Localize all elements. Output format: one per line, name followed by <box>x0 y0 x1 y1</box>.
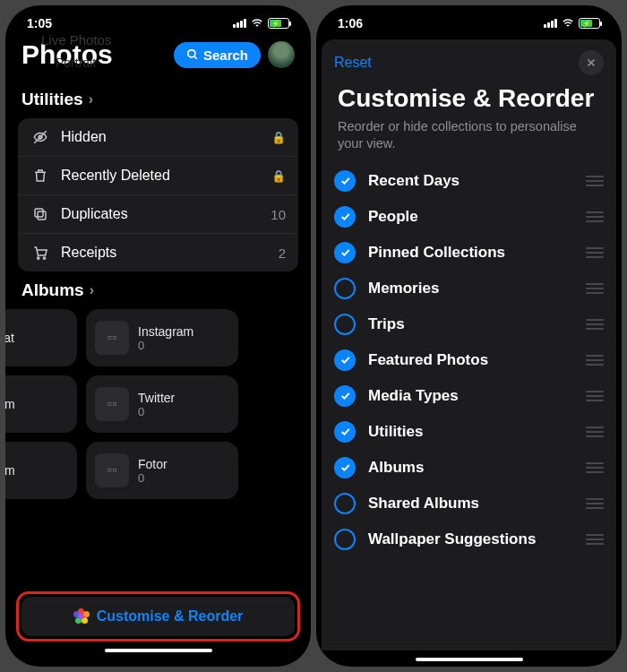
svg-rect-5 <box>35 209 43 217</box>
option-label: Trips <box>368 315 573 333</box>
svg-point-0 <box>188 50 195 57</box>
album-card[interactable]: ▫▫ Twitter0 <box>86 375 238 433</box>
avatar[interactable] <box>268 41 295 68</box>
signal-icon <box>233 19 246 28</box>
chevron-right-icon: › <box>90 282 94 298</box>
svg-point-7 <box>43 257 45 259</box>
utility-duplicates[interactable]: Duplicates 10 <box>18 195 298 234</box>
option-label: Albums <box>368 459 573 477</box>
drag-handle-icon[interactable] <box>586 176 604 186</box>
chevron-right-icon: › <box>89 91 93 108</box>
modal-title: Customise & Reorder <box>322 81 616 118</box>
ghost-portrait: Portrait <box>56 56 96 70</box>
duplicate-icon <box>30 206 50 222</box>
option-row[interactable]: Wallpaper Suggestions <box>322 521 616 557</box>
drag-handle-icon[interactable] <box>586 426 604 437</box>
ghost-live-photos: Live Photos <box>41 32 111 47</box>
circle-icon[interactable] <box>334 493 356 514</box>
circle-icon[interactable] <box>334 314 356 335</box>
checkmark-circle-icon[interactable] <box>334 421 356 443</box>
drag-handle-icon[interactable] <box>586 391 604 401</box>
checkmark-circle-icon[interactable] <box>334 457 356 478</box>
svg-point-6 <box>38 257 39 259</box>
checkmark-circle-icon[interactable] <box>334 349 356 371</box>
utility-hidden[interactable]: Hidden 🔒 <box>18 118 298 157</box>
search-button[interactable]: Search <box>174 42 261 68</box>
albums-grid[interactable]: napchat stagram stagram ▫▫ Instagram0 ▫▫… <box>5 309 311 499</box>
utilities-heading[interactable]: Utilities › <box>5 81 311 118</box>
circle-icon[interactable] <box>334 529 356 550</box>
svg-rect-4 <box>38 211 46 220</box>
trash-icon <box>30 168 50 184</box>
drag-handle-icon[interactable] <box>586 498 604 509</box>
phone-photos: Live Photos Portrait 1:05 ⚡ Photos Searc… <box>5 5 311 667</box>
signal-icon <box>544 19 557 28</box>
album-card[interactable]: stagram <box>5 375 77 433</box>
lock-icon: 🔒 <box>271 169 286 183</box>
checkmark-circle-icon[interactable] <box>334 242 356 263</box>
lock-icon: 🔒 <box>271 131 286 144</box>
clock: 1:06 <box>338 16 363 30</box>
option-label: Pinned Collections <box>368 244 573 262</box>
option-row[interactable]: Memories <box>322 271 616 306</box>
utility-receipts[interactable]: Receipts 2 <box>18 234 298 271</box>
eye-slash-icon <box>30 129 50 145</box>
highlight-annotation: Customise & Reorder <box>16 591 300 642</box>
option-label: Shared Albums <box>368 495 573 513</box>
album-card[interactable]: napchat <box>5 309 77 366</box>
battery-icon: ⚡ <box>579 18 600 29</box>
option-row[interactable]: Utilities <box>322 414 616 450</box>
flower-icon <box>73 608 90 625</box>
album-card[interactable]: ▫▫ Instagram0 <box>86 309 238 366</box>
wifi-icon <box>562 17 574 30</box>
option-row[interactable]: Recent Days <box>322 163 616 199</box>
drag-handle-icon[interactable] <box>586 355 604 366</box>
drag-handle-icon[interactable] <box>586 247 604 258</box>
wifi-icon <box>251 17 263 30</box>
modal-subtitle: Reorder or hide collections to personali… <box>322 118 616 163</box>
drag-handle-icon[interactable] <box>586 283 604 294</box>
option-row[interactable]: People <box>322 199 616 235</box>
status-indicators: ⚡ <box>544 17 600 30</box>
option-label: Recent Days <box>368 172 573 190</box>
battery-icon: ⚡ <box>268 18 289 29</box>
option-row[interactable]: Albums <box>322 450 616 486</box>
checkmark-circle-icon[interactable] <box>334 170 356 192</box>
customise-modal: Reset Customise & Reorder Reorder or hid… <box>322 39 616 650</box>
albums-heading[interactable]: Albums › <box>5 271 311 309</box>
option-row[interactable]: Shared Albums <box>322 486 616 521</box>
option-label: Memories <box>368 280 573 297</box>
status-indicators: ⚡ <box>233 17 289 30</box>
option-label: Media Types <box>368 387 573 405</box>
option-row[interactable]: Featured Photos <box>322 342 616 378</box>
options-list: Recent DaysPeoplePinned CollectionsMemor… <box>322 163 616 557</box>
utilities-list: Hidden 🔒 Recently Deleted 🔒 Duplicates 1… <box>18 118 298 271</box>
clock: 1:05 <box>27 16 52 30</box>
option-row[interactable]: Trips <box>322 306 616 342</box>
customise-reorder-button[interactable]: Customise & Reorder <box>21 597 295 636</box>
option-row[interactable]: Pinned Collections <box>322 235 616 271</box>
status-bar: 1:05 ⚡ <box>5 5 311 34</box>
option-row[interactable]: Media Types <box>322 378 616 414</box>
photo-stack-icon: ▫▫ <box>95 453 129 487</box>
home-indicator[interactable] <box>416 658 523 661</box>
album-card[interactable]: stagram <box>5 442 77 499</box>
checkmark-circle-icon[interactable] <box>334 206 356 228</box>
close-button[interactable] <box>579 50 604 75</box>
svg-line-1 <box>194 56 197 59</box>
drag-handle-icon[interactable] <box>586 534 604 545</box>
drag-handle-icon[interactable] <box>586 462 604 473</box>
drag-handle-icon[interactable] <box>586 319 604 330</box>
close-icon <box>586 57 597 68</box>
utility-recently-deleted[interactable]: Recently Deleted 🔒 <box>18 157 298 195</box>
circle-icon[interactable] <box>334 278 356 299</box>
search-icon <box>186 48 199 61</box>
checkmark-circle-icon[interactable] <box>334 385 356 407</box>
phone-customise: 1:06 ⚡ Reset Customise & Reorder Reorder… <box>316 5 622 667</box>
drag-handle-icon[interactable] <box>586 211 604 222</box>
option-label: Utilities <box>368 423 573 441</box>
reset-button[interactable]: Reset <box>334 55 372 71</box>
album-card[interactable]: ▫▫ Fotor0 <box>86 442 238 499</box>
photo-stack-icon: ▫▫ <box>95 321 129 355</box>
home-indicator[interactable] <box>105 649 212 652</box>
